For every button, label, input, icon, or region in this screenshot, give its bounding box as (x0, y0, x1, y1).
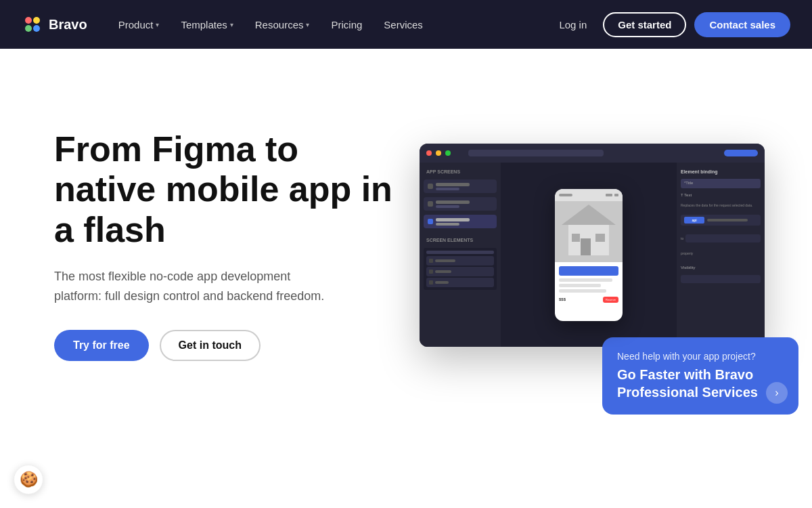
svg-rect-9 (572, 234, 580, 242)
sidebar-mock-item-active (424, 215, 497, 228)
sidebar-mock-item (424, 179, 497, 193)
mockup-inspector: Element binding *Title T Text Replaces t… (677, 163, 765, 347)
hero-subtitle: The most flexible no-code app developmen… (54, 267, 338, 306)
svg-rect-7 (581, 238, 591, 255)
app-mockup: App screens (420, 144, 765, 347)
cookie-preferences-button[interactable]: 🍪 (14, 465, 43, 494)
svg-point-2 (25, 25, 32, 32)
chevron-down-icon: ▾ (230, 21, 233, 28)
inspector-title: Element binding (681, 168, 761, 175)
svg-point-0 (25, 17, 32, 24)
login-button[interactable]: Log in (551, 14, 595, 36)
phone-mockup: $$$ Reserve (555, 189, 623, 321)
phone-line (559, 289, 606, 293)
phone-status-bar (555, 189, 623, 201)
help-card-chevron-button[interactable]: › (766, 382, 788, 404)
chevron-down-icon: ▾ (306, 21, 309, 28)
phone-line (559, 284, 601, 287)
hero-right: App screens (420, 144, 765, 347)
svg-point-3 (33, 25, 40, 32)
topbar-action-btn (724, 150, 758, 156)
help-card-subtitle: Need help with your app project? (617, 351, 784, 362)
topbar-dot-green (445, 150, 451, 156)
help-card-title: Go Faster with Bravo Professional Servic… (617, 366, 784, 401)
phone-title-bar (559, 266, 618, 276)
topbar-url-bar (468, 150, 604, 156)
hero-title: From Figma to native mobile app in a fla… (54, 129, 392, 251)
mockup-body: App screens (420, 163, 765, 347)
logo[interactable]: Bravo (22, 14, 87, 35)
chevron-down-icon: ▾ (156, 21, 159, 28)
hero-left: From Figma to native mobile app in a fla… (54, 129, 392, 362)
sidebar-mock-item (424, 197, 497, 211)
try-free-button[interactable]: Try for free (54, 330, 149, 361)
topbar-dot-yellow (436, 150, 441, 156)
phone-content: $$$ Reserve (555, 262, 623, 307)
phone-price: $$$ (559, 297, 566, 301)
nav-item-services[interactable]: Services (374, 14, 432, 36)
mockup-sidebar: App screens (420, 163, 501, 347)
help-card: Need help with your app project? Go Fast… (602, 337, 798, 415)
contact-sales-button[interactable]: Contact sales (694, 12, 790, 37)
nav-links: Product ▾ Templates ▾ Resources ▾ Pricin… (109, 14, 551, 36)
sidebar-label-2: Screen elements (424, 236, 497, 244)
phone-line (559, 278, 612, 282)
svg-point-1 (33, 17, 40, 24)
cookie-icon: 🍪 (20, 471, 38, 488)
phone-price-row: $$$ Reserve (559, 297, 618, 303)
nav-actions: Log in Get started Contact sales (551, 12, 790, 37)
get-in-touch-button[interactable]: Get in touch (160, 330, 261, 361)
navbar: Bravo Product ▾ Templates ▾ Resources ▾ … (0, 0, 812, 49)
nav-item-templates[interactable]: Templates ▾ (171, 14, 242, 36)
get-started-button[interactable]: Get started (603, 12, 686, 37)
hero-section: From Figma to native mobile app in a fla… (0, 49, 812, 428)
svg-rect-8 (595, 234, 605, 242)
mockup-topbar (420, 144, 765, 163)
topbar-dot-red (426, 150, 432, 156)
nav-item-resources[interactable]: Resources ▾ (246, 14, 319, 36)
phone-reserve-btn: Reserve (603, 297, 618, 303)
phone-house-image (555, 201, 623, 262)
nav-item-pricing[interactable]: Pricing (321, 14, 371, 36)
nav-item-product[interactable]: Product ▾ (109, 14, 169, 36)
mockup-canvas: $$$ Reserve (501, 163, 677, 347)
sidebar-label: App screens (424, 168, 497, 175)
hero-buttons: Try for free Get in touch (54, 330, 392, 361)
logo-text: Bravo (49, 17, 87, 33)
inspector-field-1: api (681, 215, 761, 226)
